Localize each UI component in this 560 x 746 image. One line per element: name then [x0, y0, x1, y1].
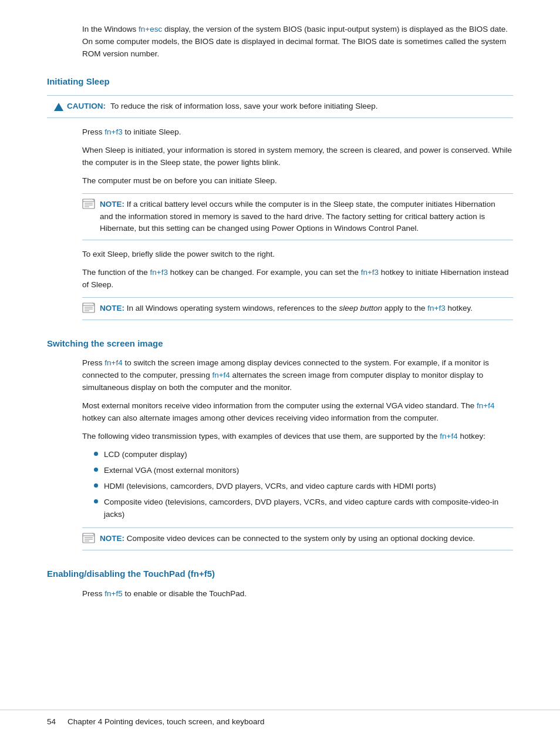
note-box-sleep-1: NOTE: If a critical battery level occurs…	[82, 193, 513, 241]
note-content-3: NOTE: Composite video devices can be con…	[100, 533, 475, 545]
sleep-para-1: Press fn+f3 to initiate Sleep.	[82, 126, 513, 139]
fn-f3-link-1[interactable]: fn+f3	[104, 127, 122, 136]
caution-label-text: CAUTION:	[67, 100, 106, 113]
switch-para-3: The following video transmission types, …	[82, 431, 513, 443]
note-content-1: NOTE: If a critical battery level occurs…	[100, 199, 506, 236]
fn-f4-link-1[interactable]: fn+f4	[104, 358, 122, 367]
note-label-2: NOTE:	[100, 304, 124, 312]
note-text-2b: hotkey.	[446, 304, 473, 312]
switch-para-1: Press fn+f4 to switch the screen image a…	[82, 357, 513, 394]
list-item: External VGA (most external monitors)	[94, 465, 513, 477]
note-icon-3	[82, 533, 95, 543]
bullet-icon	[94, 483, 98, 488]
footer-page-number: 54	[47, 716, 56, 728]
fn-f3-link-2[interactable]: fn+f3	[150, 268, 168, 277]
page-footer: 54 Chapter 4 Pointing devices, touch scr…	[0, 710, 560, 728]
touchpad-para-1: Press fn+f5 to enable or disable the Tou…	[82, 588, 513, 600]
list-item-label: External VGA (most external monitors)	[104, 465, 239, 477]
note-box-switching: NOTE: Composite video devices can be con…	[82, 527, 513, 550]
caution-box-sleep: CAUTION: To reduce the risk of informati…	[47, 95, 513, 118]
video-type-list: LCD (computer display) External VGA (mos…	[82, 449, 513, 521]
heading-touchpad: Enabling/disabling the TouchPad (fn+f5)	[47, 567, 513, 580]
note-text-3: Composite video devices can be connected…	[127, 534, 475, 543]
section-initiating-sleep: Initiating Sleep CAUTION: To reduce the …	[47, 75, 513, 320]
note-label-1: NOTE:	[100, 200, 124, 209]
switching-content: Press fn+f4 to switch the screen image a…	[47, 357, 513, 550]
fn-esc-link[interactable]: fn+esc	[139, 25, 162, 33]
bullet-icon	[94, 499, 98, 503]
svg-rect-0	[83, 199, 95, 209]
fn-f4-link-4[interactable]: fn+f4	[440, 432, 457, 441]
sleep-content: Press fn+f3 to initiate Sleep. When Slee…	[47, 126, 513, 320]
note-icon-1	[82, 199, 95, 209]
switch-para-2: Most external monitors receive video inf…	[82, 400, 513, 425]
fn-f3-link-3[interactable]: fn+f3	[361, 268, 379, 277]
caution-text: To reduce the risk of information loss, …	[110, 100, 377, 113]
list-item-label: LCD (computer display)	[104, 449, 187, 461]
list-item: HDMI (televisions, camcorders, DVD playe…	[94, 480, 513, 493]
footer-chapter-text: Chapter 4 Pointing devices, touch screen…	[68, 716, 264, 728]
heading-initiating-sleep: Initiating Sleep	[47, 75, 513, 88]
sleep-para-5: The function of the fn+f3 hotkey can be …	[82, 267, 513, 291]
fn-f4-link-2[interactable]: fn+f4	[212, 371, 230, 379]
sleep-para-3: The computer must be on before you can i…	[82, 175, 513, 187]
bullet-icon	[94, 468, 98, 472]
caution-label: CAUTION:	[54, 100, 106, 113]
note-label-3: NOTE:	[100, 534, 124, 543]
section-switching-screen: Switching the screen image Press fn+f4 t…	[47, 337, 513, 550]
intro-paragraph: In the Windows fn+esc display, the versi…	[47, 23, 513, 61]
fn-f4-link-3[interactable]: fn+f4	[477, 401, 494, 410]
touchpad-content: Press fn+f5 to enable or disable the Tou…	[47, 588, 513, 600]
list-item-label: Composite video (televisions, camcorders…	[104, 496, 513, 521]
fn-f5-link[interactable]: fn+f5	[104, 589, 122, 598]
note-text-1: If a critical battery level occurs while…	[100, 200, 495, 233]
sleep-para-4: To exit Sleep, briefly slide the power s…	[82, 248, 513, 261]
svg-rect-6	[83, 303, 95, 312]
note-text-2: In all Windows operating system windows,…	[127, 304, 428, 312]
note-content-2: NOTE: In all Windows operating system wi…	[100, 303, 473, 315]
section-touchpad: Enabling/disabling the TouchPad (fn+f5) …	[47, 567, 513, 600]
heading-switching-screen: Switching the screen image	[47, 337, 513, 350]
sleep-para-2: When Sleep is initiated, your informatio…	[82, 145, 513, 169]
list-item: Composite video (televisions, camcorders…	[94, 496, 513, 521]
intro-text: In the Windows fn+esc display, the versi…	[82, 23, 513, 61]
list-item: LCD (computer display)	[94, 449, 513, 461]
note-box-sleep-2: NOTE: In all Windows operating system wi…	[82, 297, 513, 320]
svg-rect-12	[83, 533, 95, 543]
fn-f3-link-4[interactable]: fn+f3	[427, 304, 445, 312]
note-icon-2	[82, 303, 95, 313]
list-item-label: HDMI (televisions, camcorders, DVD playe…	[104, 480, 436, 493]
bullet-icon	[94, 452, 98, 456]
caution-triangle-icon	[54, 103, 63, 111]
